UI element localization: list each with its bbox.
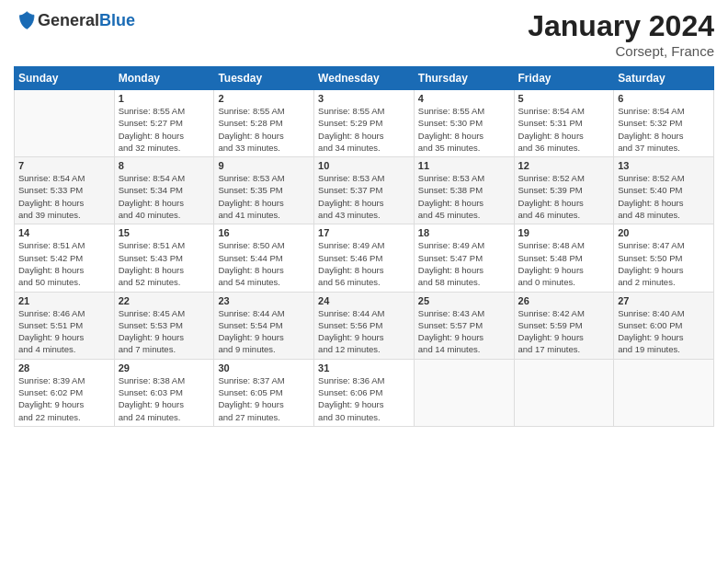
day-number: 26 [518,295,610,306]
day-number: 25 [418,295,510,306]
day-info: Sunrise: 8:39 AM Sunset: 6:02 PM Dayligh… [18,374,110,423]
day-info: Sunrise: 8:55 AM Sunset: 5:29 PM Dayligh… [318,105,410,154]
day-info: Sunrise: 8:54 AM Sunset: 5:32 PM Dayligh… [618,105,710,154]
table-row: 30Sunrise: 8:37 AM Sunset: 6:05 PM Dayli… [214,359,314,426]
day-info: Sunrise: 8:45 AM Sunset: 5:53 PM Dayligh… [119,307,210,356]
day-number: 23 [218,295,310,306]
table-row: 26Sunrise: 8:42 AM Sunset: 5:59 PM Dayli… [514,292,614,359]
day-info: Sunrise: 8:53 AM Sunset: 5:38 PM Dayligh… [418,172,510,221]
day-number: 30 [218,362,310,373]
day-number: 20 [618,227,710,238]
day-number: 17 [318,227,410,238]
title-block: January 2024 Corsept, France [528,9,714,59]
table-row: 9Sunrise: 8:53 AM Sunset: 5:35 PM Daylig… [214,157,314,224]
day-info: Sunrise: 8:54 AM Sunset: 5:34 PM Dayligh… [119,172,210,221]
day-number: 1 [119,93,210,104]
day-number: 14 [18,227,110,238]
table-row: 29Sunrise: 8:38 AM Sunset: 6:03 PM Dayli… [114,359,214,426]
col-tuesday: Tuesday [214,67,314,90]
table-row [414,359,514,426]
day-info: Sunrise: 8:36 AM Sunset: 6:06 PM Dayligh… [318,374,410,423]
table-row: 24Sunrise: 8:44 AM Sunset: 5:56 PM Dayli… [314,292,415,359]
logo-general: General [38,11,99,29]
table-row: 12Sunrise: 8:52 AM Sunset: 5:39 PM Dayli… [514,157,614,224]
calendar-week-2: 7Sunrise: 8:54 AM Sunset: 5:33 PM Daylig… [15,157,714,224]
day-info: Sunrise: 8:47 AM Sunset: 5:50 PM Dayligh… [618,239,710,288]
table-row: 5Sunrise: 8:54 AM Sunset: 5:31 PM Daylig… [514,90,614,157]
day-number: 9 [218,160,310,171]
table-row: 1Sunrise: 8:55 AM Sunset: 5:27 PM Daylig… [114,90,214,157]
col-saturday: Saturday [614,67,714,90]
table-row: 19Sunrise: 8:48 AM Sunset: 5:48 PM Dayli… [514,224,614,292]
day-number: 10 [318,160,410,171]
table-row: 31Sunrise: 8:36 AM Sunset: 6:06 PM Dayli… [314,359,415,426]
day-number: 29 [119,362,210,373]
col-wednesday: Wednesday [314,67,415,90]
table-row: 23Sunrise: 8:44 AM Sunset: 5:54 PM Dayli… [214,292,314,359]
day-number: 27 [618,295,710,306]
day-info: Sunrise: 8:48 AM Sunset: 5:48 PM Dayligh… [518,239,610,288]
day-info: Sunrise: 8:43 AM Sunset: 5:57 PM Dayligh… [418,307,510,356]
day-number: 16 [218,227,310,238]
day-number: 6 [618,93,710,104]
calendar-header-row: Sunday Monday Tuesday Wednesday Thursday… [15,67,714,90]
day-info: Sunrise: 8:37 AM Sunset: 6:05 PM Dayligh… [218,374,310,423]
day-number: 12 [518,160,610,171]
day-number: 7 [18,160,110,171]
col-monday: Monday [114,67,214,90]
logo-text: GeneralBlue [38,11,135,30]
day-number: 8 [119,160,210,171]
day-info: Sunrise: 8:55 AM Sunset: 5:30 PM Dayligh… [418,105,510,154]
table-row: 13Sunrise: 8:52 AM Sunset: 5:40 PM Dayli… [614,157,714,224]
day-info: Sunrise: 8:44 AM Sunset: 5:56 PM Dayligh… [318,307,410,356]
day-number: 24 [318,295,410,306]
month-title: January 2024 [528,9,714,43]
day-number: 21 [18,295,110,306]
table-row: 11Sunrise: 8:53 AM Sunset: 5:38 PM Dayli… [414,157,514,224]
day-info: Sunrise: 8:55 AM Sunset: 5:28 PM Dayligh… [218,105,310,154]
day-number: 5 [518,93,610,104]
day-number: 18 [418,227,510,238]
day-info: Sunrise: 8:38 AM Sunset: 6:03 PM Dayligh… [119,374,210,423]
day-number: 11 [418,160,510,171]
calendar: Sunday Monday Tuesday Wednesday Thursday… [14,66,714,427]
table-row: 20Sunrise: 8:47 AM Sunset: 5:50 PM Dayli… [614,224,714,292]
table-row: 28Sunrise: 8:39 AM Sunset: 6:02 PM Dayli… [15,359,115,426]
page: GeneralBlue January 2024 Corsept, France… [0,0,728,563]
day-number: 28 [18,362,110,373]
table-row: 3Sunrise: 8:55 AM Sunset: 5:29 PM Daylig… [314,90,415,157]
table-row [15,90,115,157]
calendar-week-1: 1Sunrise: 8:55 AM Sunset: 5:27 PM Daylig… [15,90,714,157]
table-row: 18Sunrise: 8:49 AM Sunset: 5:47 PM Dayli… [414,224,514,292]
logo: GeneralBlue [14,9,135,31]
day-info: Sunrise: 8:52 AM Sunset: 5:39 PM Dayligh… [518,172,610,221]
table-row: 2Sunrise: 8:55 AM Sunset: 5:28 PM Daylig… [214,90,314,157]
table-row: 15Sunrise: 8:51 AM Sunset: 5:43 PM Dayli… [114,224,214,292]
day-info: Sunrise: 8:51 AM Sunset: 5:42 PM Dayligh… [18,239,110,288]
day-number: 2 [218,93,310,104]
day-number: 31 [318,362,410,373]
day-info: Sunrise: 8:50 AM Sunset: 5:44 PM Dayligh… [218,239,310,288]
table-row: 4Sunrise: 8:55 AM Sunset: 5:30 PM Daylig… [414,90,514,157]
day-info: Sunrise: 8:55 AM Sunset: 5:27 PM Dayligh… [119,105,210,154]
day-number: 13 [618,160,710,171]
table-row: 16Sunrise: 8:50 AM Sunset: 5:44 PM Dayli… [214,224,314,292]
table-row: 14Sunrise: 8:51 AM Sunset: 5:42 PM Dayli… [15,224,115,292]
table-row: 21Sunrise: 8:46 AM Sunset: 5:51 PM Dayli… [15,292,115,359]
logo-icon [16,9,38,31]
day-number: 3 [318,93,410,104]
day-info: Sunrise: 8:53 AM Sunset: 5:35 PM Dayligh… [218,172,310,221]
calendar-week-3: 14Sunrise: 8:51 AM Sunset: 5:42 PM Dayli… [15,224,714,292]
day-number: 19 [518,227,610,238]
col-friday: Friday [514,67,614,90]
day-number: 4 [418,93,510,104]
table-row: 17Sunrise: 8:49 AM Sunset: 5:46 PM Dayli… [314,224,415,292]
table-row: 6Sunrise: 8:54 AM Sunset: 5:32 PM Daylig… [614,90,714,157]
table-row: 10Sunrise: 8:53 AM Sunset: 5:37 PM Dayli… [314,157,415,224]
day-info: Sunrise: 8:46 AM Sunset: 5:51 PM Dayligh… [18,307,110,356]
day-number: 15 [119,227,210,238]
day-info: Sunrise: 8:54 AM Sunset: 5:31 PM Dayligh… [518,105,610,154]
day-info: Sunrise: 8:53 AM Sunset: 5:37 PM Dayligh… [318,172,410,221]
day-info: Sunrise: 8:49 AM Sunset: 5:46 PM Dayligh… [318,239,410,288]
location-title: Corsept, France [528,43,714,59]
